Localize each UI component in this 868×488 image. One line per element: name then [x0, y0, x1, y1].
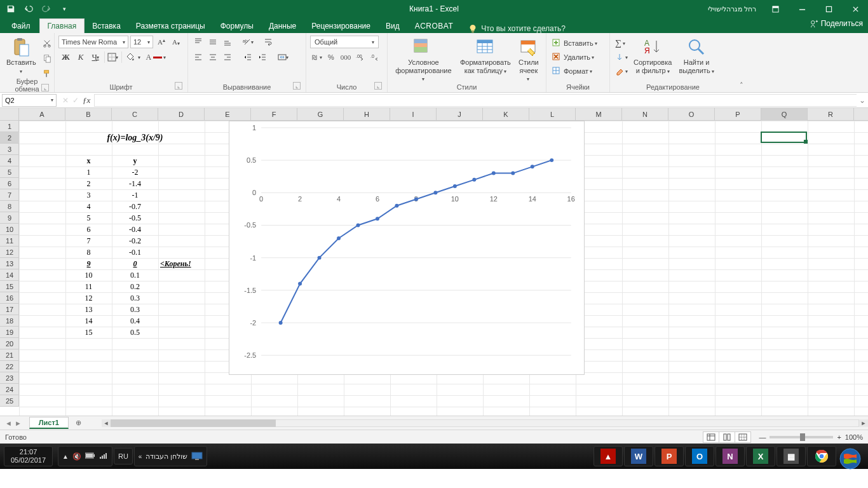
align-left-icon[interactable] [192, 51, 205, 64]
column-header[interactable]: F [251, 108, 297, 121]
cell[interactable]: 11 [65, 281, 112, 292]
tab-home[interactable]: Главная [39, 18, 85, 33]
row-header[interactable]: 19 [0, 327, 19, 338]
dialog-launcher-icon[interactable]: ⌞ [175, 82, 182, 90]
zoom-level[interactable]: 100% [845, 433, 863, 441]
cell[interactable]: -1 [112, 189, 158, 201]
cell[interactable]: -0.5 [112, 212, 158, 224]
row-header[interactable]: 21 [0, 349, 19, 361]
cell[interactable]: 2 [65, 178, 112, 189]
cell[interactable]: -0.4 [112, 224, 158, 235]
column-header[interactable]: G [297, 108, 344, 121]
tray-icons[interactable]: ▲ 🔇 [58, 446, 112, 466]
sum-button[interactable]: ∑▾ [614, 37, 629, 50]
view-page-layout-icon[interactable] [719, 431, 735, 443]
align-bottom-icon[interactable] [221, 36, 234, 48]
column-header[interactable]: N [622, 108, 668, 121]
cell[interactable]: 4 [65, 201, 112, 212]
name-box[interactable]: Q2▾ [2, 94, 57, 107]
align-right-icon[interactable] [221, 51, 234, 64]
row-header[interactable]: 12 [0, 247, 19, 258]
maximize-button[interactable] [816, 0, 841, 18]
currency-icon[interactable]: ₪▾ [310, 51, 323, 64]
underline-button[interactable]: Ч ▾ [89, 51, 102, 64]
cell[interactable]: -0.7 [112, 201, 158, 212]
taskbar-app-word[interactable]: W [624, 446, 653, 466]
row-header[interactable]: 10 [0, 224, 19, 235]
format-as-table-button[interactable]: Форматировать как таблицу ▾ [458, 36, 513, 76]
column-header[interactable]: H [344, 108, 390, 121]
cells-format-button[interactable]: Формат▾ [550, 65, 606, 78]
row-header[interactable]: 2 [0, 132, 19, 144]
wrap-text-icon[interactable] [262, 36, 275, 48]
row-header[interactable]: 14 [0, 269, 19, 281]
increase-font-icon[interactable]: A▴ [155, 36, 168, 48]
font-name-select[interactable]: Times New Roma▾ [58, 36, 128, 48]
row-header[interactable]: 20 [0, 338, 19, 349]
row-header[interactable]: 6 [0, 178, 19, 189]
cell[interactable]: 12 [65, 292, 112, 304]
qat-customize-icon[interactable]: ▾ [57, 2, 71, 16]
fill-button[interactable]: ▾ [614, 51, 629, 64]
decrease-indent-icon[interactable] [241, 51, 254, 64]
align-middle-icon[interactable] [207, 36, 219, 48]
dialog-launcher-icon[interactable]: ⌞ [41, 84, 49, 92]
increase-decimal-icon[interactable]: .00 [354, 51, 367, 64]
sheet-tab[interactable]: Лист1 [29, 417, 69, 429]
cell[interactable]: 0.2 [112, 281, 158, 292]
undo-icon[interactable] [22, 2, 36, 16]
row-header[interactable]: 3 [0, 144, 19, 155]
copy-icon[interactable] [41, 52, 53, 65]
cell[interactable]: 15 [65, 327, 112, 338]
cell[interactable]: 3 [65, 189, 112, 201]
cell[interactable]: 8 [65, 247, 112, 258]
redo-icon[interactable] [39, 2, 53, 16]
formula-input[interactable] [94, 94, 857, 107]
cells-insert-button[interactable]: Вставить▾ [550, 37, 606, 50]
zoom-out-button[interactable]: — [759, 433, 766, 441]
cell-styles-button[interactable]: Стили ячеек ▾ [515, 36, 542, 84]
conditional-formatting-button[interactable]: Условное форматирование ▾ [391, 36, 456, 84]
close-button[interactable] [843, 0, 868, 18]
tab-acrobat[interactable]: ACROBAT [407, 19, 461, 33]
taskbar-app-onenote[interactable]: N [715, 446, 745, 466]
cell[interactable]: 14 [65, 315, 112, 327]
column-header[interactable]: D [158, 108, 205, 121]
italic-button[interactable]: К [75, 51, 87, 64]
tray-up-icon[interactable]: ▲ [62, 453, 69, 460]
column-header[interactable]: I [390, 108, 437, 121]
row-header[interactable]: 13 [0, 258, 19, 269]
sort-filter-button[interactable]: АЯ Сортировка и фильтр ▾ [631, 36, 674, 76]
cell[interactable]: 0.3 [112, 304, 158, 315]
ribbon-display-options-icon[interactable] [763, 0, 788, 18]
cell[interactable]: -1.4 [112, 178, 158, 189]
comma-style-icon[interactable]: 000 [339, 51, 352, 64]
user-name[interactable]: רחל מגרהלישוילי [708, 5, 756, 13]
orientation-icon[interactable]: ab▾ [241, 36, 254, 48]
cell[interactable]: -0.2 [112, 235, 158, 247]
formula-bar-expander-icon[interactable]: ⌄ [857, 96, 868, 105]
cell[interactable]: -2 [112, 166, 158, 178]
cell[interactable]: 0.4 [112, 315, 158, 327]
column-header[interactable]: O [668, 108, 715, 121]
minimize-button[interactable] [789, 0, 815, 18]
cell[interactable]: 9 [65, 258, 112, 269]
font-size-select[interactable]: 12▾ [130, 36, 153, 48]
percent-icon[interactable]: % [325, 51, 337, 64]
column-header[interactable]: L [529, 108, 576, 121]
cell[interactable]: 0.3 [112, 292, 158, 304]
tab-insert[interactable]: Вставка [85, 19, 128, 33]
confirm-formula-icon[interactable]: ✓ [72, 96, 79, 105]
scroll-right-icon[interactable]: ► [859, 419, 868, 427]
cell[interactable]: 7 [65, 235, 112, 247]
start-button[interactable] [837, 446, 863, 471]
row-header[interactable]: 18 [0, 315, 19, 327]
tab-data[interactable]: Данные [261, 19, 304, 33]
paste-button[interactable]: Вставить▾ [4, 36, 39, 76]
cell[interactable]: -0.1 [112, 247, 158, 258]
taskbar-app-outlook[interactable]: O [685, 446, 714, 466]
fill-color-icon[interactable] [124, 51, 137, 64]
row-header[interactable]: 1 [0, 121, 19, 132]
increase-indent-icon[interactable] [256, 51, 269, 64]
merge-cells-icon[interactable]: ▾ [276, 51, 289, 64]
